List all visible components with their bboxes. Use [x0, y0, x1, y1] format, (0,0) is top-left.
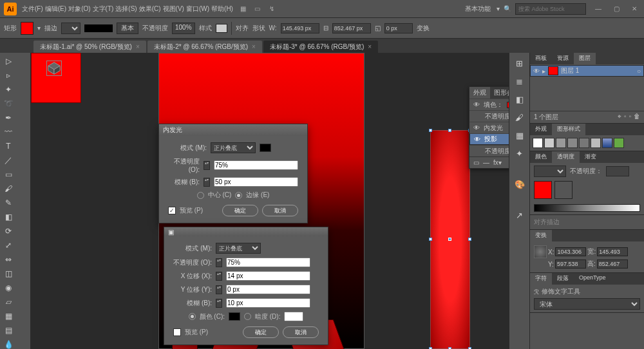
radio-center[interactable] [197, 192, 204, 199]
stroke-width-select[interactable] [61, 23, 80, 34]
export-icon[interactable]: ↗ [513, 209, 526, 222]
eye-icon[interactable]: 👁 [533, 68, 540, 75]
tab-doc3[interactable]: 未标题-3* @ 66.67% (RGB/预览)× [263, 41, 378, 53]
align-btn[interactable]: 对齐 [236, 24, 249, 33]
menu-object[interactable]: 对象(O) [68, 5, 90, 14]
ok-button[interactable]: 确定 [222, 205, 258, 216]
lasso-tool[interactable]: ➰ [1, 97, 15, 111]
style-swatch[interactable] [567, 138, 578, 148]
tab-artboards[interactable]: 画板 [530, 53, 552, 64]
menu-select[interactable]: 选择(S) [115, 5, 137, 14]
fx-add-icon[interactable]: fx▾ [493, 159, 502, 166]
tab-transform[interactable]: 变换 [530, 230, 552, 241]
stepper-icon[interactable]: ▴▾ [204, 161, 210, 170]
symbols-icon[interactable]: ✦ [513, 147, 526, 160]
minimize-icon[interactable]: — [592, 3, 604, 15]
menu-type[interactable]: 文字(T) [93, 5, 114, 14]
tab-color[interactable]: 颜色 [530, 151, 552, 163]
menu-window[interactable]: 窗口(W) [186, 5, 209, 14]
corner-input[interactable] [384, 23, 413, 33]
touch-type-icon[interactable]: ℛ [534, 288, 539, 296]
target-icon[interactable]: ○ [637, 68, 641, 75]
style-thumb[interactable] [216, 24, 227, 33]
menu-view[interactable]: 视图(V) [163, 5, 184, 14]
curvature-tool[interactable]: 〰 [1, 125, 15, 139]
mode-select[interactable]: 正片叠底 [211, 142, 256, 153]
search-stock-input[interactable] [515, 3, 586, 15]
height-input[interactable] [332, 23, 371, 33]
rectangle-tool[interactable]: ▭ [1, 167, 15, 182]
y-offset-input[interactable] [226, 285, 310, 294]
opacity-input[interactable] [214, 160, 298, 170]
tab-assets[interactable]: 资源 [552, 53, 574, 64]
appearance-opacity-row2[interactable]: 不透明度：默认值 [469, 145, 509, 156]
appearance-fx-row[interactable]: 👁内发光fx [469, 122, 509, 133]
style-swatch[interactable] [533, 138, 543, 148]
new-icon[interactable]: ▭ [473, 159, 479, 166]
appearance-opacity-row[interactable]: 不透明度：默认值 [469, 110, 509, 122]
trash-icon[interactable]: 🗑 [634, 113, 640, 122]
libraries-icon[interactable]: ◧ [513, 93, 526, 106]
style-swatch[interactable] [556, 138, 566, 148]
eyedropper-tool[interactable]: 💧 [1, 337, 15, 349]
selected-object[interactable] [430, 130, 470, 349]
style-swatch[interactable] [602, 138, 612, 148]
bridge-icon[interactable]: ▦ [238, 3, 249, 15]
style-swatch[interactable] [591, 138, 601, 148]
close-icon[interactable]: ✕ [629, 3, 640, 15]
tab-transparency[interactable]: 透明度 [552, 151, 580, 163]
color-icon[interactable]: 🎨 [513, 178, 526, 191]
mask-thumb[interactable] [554, 181, 573, 199]
cancel-button[interactable]: 取消 [283, 326, 319, 338]
tab-opentype[interactable]: OpenType [574, 273, 611, 285]
tab-appearance2[interactable]: 外观 [530, 124, 552, 135]
style-swatch[interactable] [544, 138, 554, 148]
locate-icon[interactable]: ⌖ [618, 113, 621, 122]
layers-icon[interactable]: ≣ [513, 75, 526, 88]
reference-point[interactable] [534, 245, 547, 258]
tab-character[interactable]: 字符 [530, 273, 552, 285]
close-tab-icon[interactable]: × [368, 43, 372, 50]
direct-select-tool[interactable]: ▹ [1, 68, 15, 82]
gradient-tool[interactable]: ▤ [1, 323, 15, 337]
type-tool[interactable]: T [1, 139, 15, 153]
radio-dark[interactable] [244, 313, 251, 320]
x-offset-input[interactable] [226, 271, 310, 281]
tab-doc2[interactable]: 未标题-2* @ 66.67% (RGB/预览)× [147, 41, 262, 53]
link-wh-icon[interactable]: ⊟ [323, 24, 328, 32]
opacity-value[interactable]: 100% [172, 23, 195, 34]
radio-edge[interactable] [235, 192, 242, 199]
fill-swatch-sm[interactable] [507, 102, 509, 108]
menu-effect[interactable]: 效果(C) [139, 5, 161, 14]
appearance-fill-row[interactable]: 👁 填色： [469, 99, 509, 110]
tab-paragraph[interactable]: 段落 [552, 273, 574, 285]
eye-icon[interactable]: 👁 [473, 101, 480, 108]
paintbrush-tool[interactable]: 🖌 [1, 182, 15, 196]
pen-tool[interactable]: ✒ [1, 111, 15, 125]
tab-gradient[interactable]: 渐变 [580, 151, 601, 163]
gpu-icon[interactable]: ↯ [266, 3, 278, 15]
tab-graphicstyles[interactable]: 图形样式 [552, 124, 585, 135]
width-tool[interactable]: ⇔ [1, 252, 15, 267]
ok-button[interactable]: 确定 [243, 326, 279, 338]
properties-icon[interactable]: ⊞ [513, 57, 526, 70]
workspace-label[interactable]: 基本功能 [465, 5, 491, 14]
brushes-icon[interactable]: 🖌 [513, 111, 526, 124]
rotate-tool[interactable]: ⟳ [1, 224, 15, 238]
swatches-icon[interactable]: ▦ [513, 129, 526, 142]
fill-swatch[interactable] [21, 22, 33, 35]
scale-tool[interactable]: ⤢ [1, 238, 15, 252]
appearance-fx-row-selected[interactable]: 👁投影fx [469, 133, 509, 145]
opt-dropdown-icon[interactable]: ▾ [37, 24, 41, 32]
brush-basic[interactable]: 基本 [117, 23, 138, 34]
opacity-input[interactable] [226, 258, 310, 267]
eye-icon[interactable]: 👁 [473, 124, 480, 131]
darkness-input[interactable] [284, 312, 303, 321]
dialog-drop-shadow[interactable]: ▣ 模式 (M): 正片叠底 不透明度 (O):▴▾ X 位移 (X):▴▾ Y… [164, 227, 328, 345]
preview-checkbox[interactable] [173, 328, 181, 336]
x-input[interactable] [555, 247, 586, 256]
menu-edit[interactable]: 编辑(E) [45, 5, 66, 14]
perspective-tool[interactable]: ▱ [1, 295, 15, 309]
blur-input[interactable] [226, 298, 310, 308]
style-swatch[interactable] [579, 138, 589, 148]
